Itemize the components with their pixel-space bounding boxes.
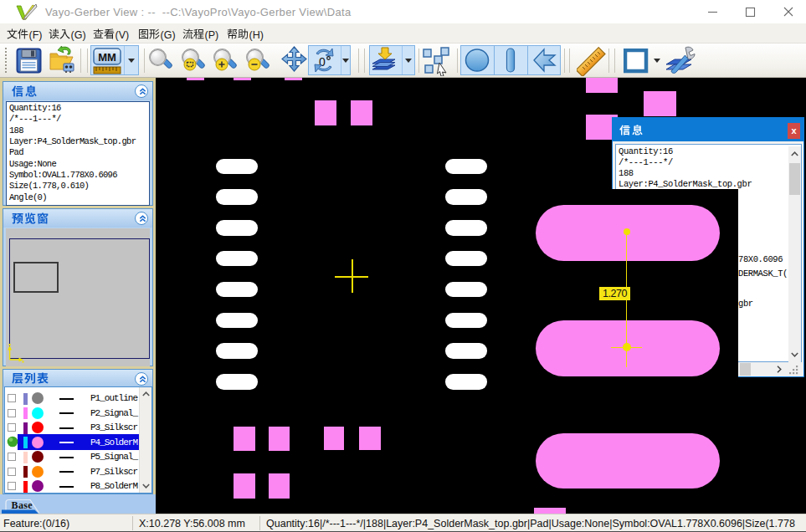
svg-text:MM: MM (98, 51, 116, 64)
svg-text:Base: Base (12, 499, 33, 511)
